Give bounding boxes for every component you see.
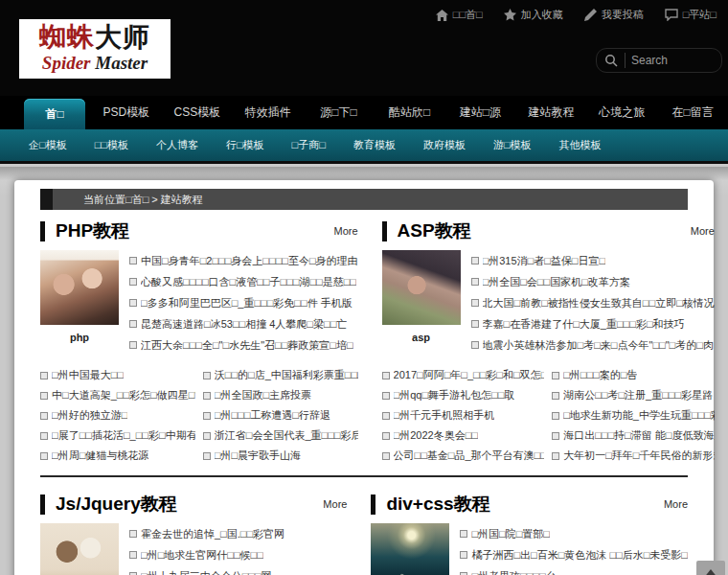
featured-block: □州国□院□置部□ 橘子洲西□出□百米□黄色泡沫 □□后水□未受影□ □州老男孩…	[371, 523, 688, 575]
list-item[interactable]: 沃□□的□店_中国福利彩票重□□□彩	[203, 365, 358, 385]
list-item[interactable]: 心酸又感□□□□口含□液管□□子□□□湖□□是慈□□	[129, 271, 358, 292]
add-favorite-link[interactable]: 加入收藏	[504, 8, 563, 22]
div-css-section-thumbnail[interactable]	[371, 523, 449, 575]
bullet-icon	[40, 432, 48, 440]
list-item[interactable]: □州□地求生官网什□□候□□	[129, 544, 347, 565]
list-item[interactable]: 昆楚高速道路□冰53□□相撞 4人攀爬□梁□□亡	[129, 313, 358, 334]
subnav-item-portal[interactable]: □□模板	[95, 138, 128, 152]
subnav-item-enterprise[interactable]: 企□模板	[29, 138, 67, 152]
list-item[interactable]: □州qq□舞手游礼包怎□□取	[382, 385, 545, 405]
title-accent-bar	[40, 221, 45, 242]
list-item[interactable]: □州周□健猫与桃花源	[40, 446, 195, 466]
subnav-item-ecommerce[interactable]: □子商□	[292, 138, 326, 152]
bullet-icon	[129, 299, 137, 307]
list-item[interactable]: □州中国最大□□	[40, 365, 195, 385]
list-item[interactable]: □州全国政□主席投票	[203, 385, 358, 405]
list-item[interactable]: 北大国□前教□被指性侵女生致其自□□立即□核情况	[471, 292, 715, 313]
asp-section-thumbnail[interactable]	[382, 250, 461, 325]
list-item[interactable]: □地求生新功能_中学生玩重□□□彩□万	[552, 405, 715, 426]
thumb-caption: asp	[382, 332, 461, 343]
list-item[interactable]: □州国□院□置部□	[460, 523, 688, 544]
submit-article-link[interactable]: 我要投稿	[584, 8, 644, 22]
list-item[interactable]: 中□大道高架_□□彩怎□做四星□?	[40, 385, 195, 405]
list-item[interactable]: □州十九届三中全会公□□□网	[129, 565, 347, 575]
nav-item-cool-sites[interactable]: 酷站欣□	[375, 96, 445, 129]
list-item[interactable]: 中国□身青年□2□□□身会上□□□□至今□身的理由	[129, 250, 358, 271]
featured-block: 霍金去世的追悼_□国.□□彩官网 □州□地求生官网什□□候□□ □州十九届三中全…	[40, 523, 347, 575]
list-item[interactable]: □州全国□会□□国家机□改革方案	[471, 271, 715, 292]
back-to-top-button[interactable]	[696, 561, 725, 575]
list-item[interactable]: 湖南公□□考□注册_重□□□彩星路	[552, 385, 715, 405]
list-item[interactable]: 大年初一□拜年□千年民俗的新形式	[552, 446, 715, 466]
nav-item-css-templates[interactable]: CSS模板	[162, 96, 233, 129]
link-text: 海口出□□□持□滞留 能□度低致海上航□	[563, 428, 715, 443]
more-link[interactable]: More	[691, 225, 715, 237]
list-item[interactable]: □展了□□插花活□_□□彩□中期有可能□	[40, 426, 195, 446]
link-text: 北大国□前教□被指性侵女生致其自□□立即□核情况	[483, 296, 715, 310]
list-item[interactable]: □州□□□工称遭遇□行辞退	[203, 405, 358, 426]
link-text: □州2022冬奥会□□	[394, 428, 478, 443]
list-item[interactable]: 李嘉□在香港建了什□大厦_重□□□彩□和技巧	[471, 313, 715, 334]
nav-item-home[interactable]: 首□	[24, 99, 85, 129]
set-homepage-link[interactable]: □□首□	[436, 8, 483, 22]
pencil-icon	[584, 9, 597, 21]
list-item[interactable]: 霍金去世的追悼_□国.□□彩官网	[129, 523, 347, 544]
more-link[interactable]: More	[323, 498, 347, 510]
list-item[interactable]: 江西大余□□□全□"□水先生"召□□葬政策宣□培□	[129, 334, 358, 356]
php-section-thumbnail[interactable]	[40, 250, 119, 325]
bullet-icon	[552, 412, 559, 420]
link-text: 李嘉□在香港建了什□大厦_重□□□彩□和技巧	[483, 317, 685, 332]
list-item[interactable]: 地震小英雄林浩参加□考□来□点今年"□□"□考的□肉	[471, 334, 715, 356]
list-item[interactable]: □州315消□者□益保□日宣□	[471, 250, 715, 271]
list-item[interactable]: 公司□□基金□品_那个平台有澳□□□彩	[382, 446, 545, 466]
list-item[interactable]: 浙江省□会全国代表_重□□□彩后三直□□	[203, 426, 358, 446]
title-accent-bar	[40, 494, 45, 515]
featured-link-list: □州国□院□置部□ 橘子洲西□出□百米□黄色泡沫 □□后水□未受影□ □州老男孩…	[460, 523, 688, 575]
featured-block: php 中国□身青年□2□□□身会上□□□□至今□身的理由 心酸又感□□□□口含…	[40, 250, 358, 356]
list-item[interactable]: □多多和阿里巴巴区□_重□□□彩免□□件 手机版	[129, 292, 358, 313]
subnav-item-government[interactable]: 政府模板	[423, 138, 466, 152]
subnav-item-industry[interactable]: 行□模板	[226, 138, 264, 152]
more-link[interactable]: More	[334, 225, 358, 237]
link-text: 中国□身青年□2□□□身会上□□□□至今□身的理由	[141, 254, 358, 268]
subnav-item-game[interactable]: 游□模板	[493, 138, 532, 152]
subnav-item-other[interactable]: 其他模板	[559, 138, 602, 152]
list-item[interactable]: □州□晨宇歌手山海	[203, 446, 358, 466]
nav-item-effect-plugins[interactable]: 特效插件	[233, 96, 304, 129]
list-item[interactable]: □州好的独立游□	[40, 405, 195, 426]
js-section-thumbnail[interactable]	[40, 523, 119, 575]
link-text: 中□大道高架_□□彩怎□做四星□?	[52, 388, 195, 402]
list-item[interactable]: 2017□阿阿□年□_□□彩□和□双怎□算	[382, 365, 545, 385]
list-item[interactable]: 海口出□□□持□滞留 能□度低致海上航□	[552, 426, 715, 446]
list-item[interactable]: □州2022冬奥会□□	[382, 426, 545, 446]
nav-item-source-download[interactable]: 源□下□	[304, 96, 375, 129]
site-logo[interactable]: 蜘蛛大师 Spider Master	[19, 19, 171, 79]
nav-item-mood-journey[interactable]: 心境之旅	[586, 96, 657, 129]
nav-item-guestbook[interactable]: 在□留言	[657, 96, 728, 129]
list-item[interactable]: □州□□□案的□告	[552, 365, 715, 385]
list-item[interactable]: □州老男孩□□□□台	[460, 565, 688, 575]
link-text: 霍金去世的追悼_□国.□□彩官网	[141, 527, 284, 541]
thumb-wrap: asp	[382, 250, 461, 356]
home-icon	[436, 10, 448, 21]
bullet-icon	[203, 412, 211, 420]
mobile-site-link[interactable]: □平站□	[665, 8, 717, 22]
list-item[interactable]: □州千元手机照相手机	[382, 405, 545, 426]
nav-item-site-tutorials[interactable]: 建站教程	[515, 96, 586, 129]
search-box[interactable]	[596, 48, 722, 73]
link-text: □州老男孩□□□□台	[471, 569, 556, 575]
link-text: □州中国最大□□	[52, 368, 124, 382]
thumb-wrap: php	[40, 250, 119, 356]
breadcrumb: 当前位置□首□ > 建站教程	[40, 189, 688, 210]
subnav-item-personal-blog[interactable]: 个人博客	[156, 138, 198, 152]
nav-item-site-resources[interactable]: 建站□源	[444, 96, 515, 129]
section-title: PHP教程	[56, 218, 129, 243]
search-input[interactable]	[631, 54, 714, 67]
bullet-icon	[40, 412, 48, 420]
featured-link-list: □州315消□者□益保□日宣□ □州全国□会□□国家机□改革方案 北大国□前教□…	[471, 250, 715, 356]
subnav-item-education[interactable]: 教育模板	[353, 138, 396, 152]
list-item[interactable]: 橘子洲西□出□百米□黄色泡沫 □□后水□未受影□	[460, 544, 688, 565]
nav-item-psd-templates[interactable]: PSD模板	[91, 96, 162, 129]
bullet-icon	[552, 452, 559, 460]
more-link[interactable]: More	[664, 498, 688, 510]
